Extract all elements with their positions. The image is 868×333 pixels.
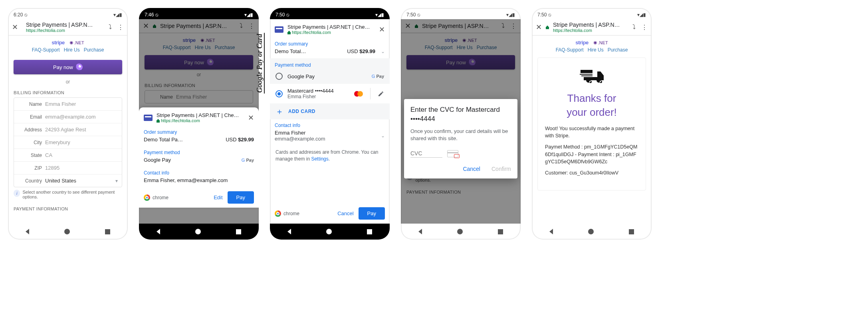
chevron-down-icon: ▾ [115,178,118,184]
home-icon[interactable] [588,229,594,234]
close-icon[interactable]: ✕ [12,23,18,32]
chrome-label: chrome [283,211,299,216]
gpay-icon: G Pay [242,158,254,163]
chrome-note: Cards and addresses are from Chrome. You… [270,146,390,166]
label-name: Name [18,101,42,107]
link-hire[interactable]: Hire Us [588,47,604,53]
link-hire[interactable]: Hire Us [64,47,80,53]
back-icon[interactable] [418,229,422,234]
system-nav [532,224,652,240]
contact-info-row[interactable]: Emma Fisher emma@example.com ⌄ [270,129,390,146]
dialog-cancel-button[interactable]: Cancel [463,166,480,172]
separator [370,88,371,99]
clock: 7:50 ⦸ [406,12,420,18]
order-item: Demo Total… [275,48,306,54]
pay-button[interactable]: Pay [359,207,385,220]
payment-method-row[interactable]: Google Pay G Pay [139,156,259,167]
sheet-title: Stripe Payments | ASP.NET | Che… [287,24,375,30]
url-block[interactable]: Stripe Payments | ASP.N… https://techtol… [26,22,105,33]
home-icon[interactable] [64,229,70,234]
contact-name: Emma Fisher [275,130,325,136]
sheet-close-icon[interactable]: ✕ [379,25,385,34]
order-summary-row[interactable]: Demo Total… USD $29.99 ⌄ [270,48,390,58]
gpay-label: Google Pay [287,73,367,79]
back-icon[interactable] [549,229,553,234]
recents-icon[interactable] [367,229,372,234]
browser-bar: ✕ Stripe Payments | ASP.N… https://techt… [532,19,652,36]
cancel-button[interactable]: Cancel [337,210,353,216]
lock-icon [546,25,549,29]
back-icon[interactable] [157,229,160,234]
recents-icon[interactable] [236,229,241,234]
link-faq[interactable]: FAQ-Support [32,47,60,53]
clock: 7:46 ⦸ [145,12,159,18]
nav-links: FAQ-Support Hire Us Purchase [8,47,128,53]
sheet-source: chrome [275,210,299,217]
home-icon[interactable] [457,229,463,234]
payment-section-title: PAYMENT INFORMATION [8,203,128,214]
hint-text: Select another country to see different … [22,190,122,199]
lock-icon [287,30,291,34]
input-address[interactable]: 24293 Aglae Rest [45,127,118,133]
share-icon[interactable]: ⤵ [109,24,112,31]
status-icons: ▾◢▮ [637,12,646,18]
contact-info-label: Contact info [270,119,390,129]
phone-screen-2: 7:46 ⦸ ▾◢▮ ✕ Stripe Payments | ASP.N… ⤵⋮… [139,8,259,240]
status-bar: 7:50 ⦸ ▾◢▮ [401,8,521,19]
pay-button[interactable]: Pay [228,191,254,204]
label-city: City [18,140,42,145]
system-nav [270,224,390,240]
sheet-title: Stripe Payments | ASP.NET | Che… [157,112,244,118]
or-divider: or [8,79,128,85]
receipt-block: Woot! You successfully made a payment wi… [538,119,646,186]
status-icons: ▾◢▮ [375,12,384,18]
close-icon[interactable]: ✕ [536,23,542,32]
menu-icon[interactable]: ⋮ [117,24,124,31]
add-card-row[interactable]: ＋ ADD CARD [270,103,390,119]
label-email: Email [18,114,42,120]
receipt-line-1: Woot! You successfully made a payment wi… [545,125,638,139]
menu-icon[interactable]: ⋮ [641,24,648,31]
share-icon[interactable]: ⤵ [632,24,636,31]
dialog-confirm-button[interactable]: Confirm [491,166,511,172]
radio-unselected-icon [275,73,283,80]
pay-now-icon [75,63,83,71]
label-zip: ZIP [18,165,42,171]
home-icon[interactable] [195,229,201,234]
browser-bar: ✕ Stripe Payments | ASP.N… https://techt… [8,19,128,36]
pay-now-button[interactable]: Pay now [14,60,122,74]
link-purchase[interactable]: Purchase [608,47,628,53]
input-zip[interactable]: 12895 [45,165,118,171]
home-icon[interactable] [326,229,332,234]
input-email[interactable]: emma@example.com [45,114,118,120]
link-purchase[interactable]: Purchase [84,47,104,53]
input-name[interactable]: Emma Fisher [45,101,118,107]
back-icon[interactable] [26,229,29,234]
pay-now-label: Pay now [53,64,73,70]
payment-option-card[interactable]: Mastercard ••••4444 Emma Fisher [270,84,390,103]
link-faq[interactable]: FAQ-Support [556,47,584,53]
cvc-card-icon [447,150,458,157]
card-holder: Emma Fisher [287,94,349,99]
sheet-close-icon[interactable]: ✕ [248,113,254,122]
input-city[interactable]: Emerybury [45,139,118,145]
chevron-down-icon: ⌄ [381,49,385,54]
select-country[interactable]: United States [45,178,112,184]
contact-info-value: Emma Fisher, emma@example.com [144,177,228,183]
recents-icon[interactable] [105,229,110,234]
settings-link[interactable]: Settings [311,156,328,162]
recents-icon[interactable] [629,229,634,234]
cvc-dialog: Enter the CVC for Mastercard ••••4444 On… [404,99,517,178]
cvc-input[interactable]: CVC [410,149,442,158]
recents-icon[interactable] [498,229,503,234]
edit-button[interactable]: Edit [214,194,222,200]
chrome-label: chrome [153,195,168,200]
payment-option-gpay[interactable]: Google Pay G Pay [270,69,390,84]
card-icon [275,26,283,33]
edit-card-icon[interactable] [378,91,384,97]
back-icon[interactable] [287,229,291,234]
clock: 7:50 ⦸ [537,12,551,18]
url-block[interactable]: Stripe Payments | ASP.N… https://techtol… [553,22,628,33]
input-state[interactable]: CA [45,152,118,158]
stripe-logo: stripe [575,40,588,46]
